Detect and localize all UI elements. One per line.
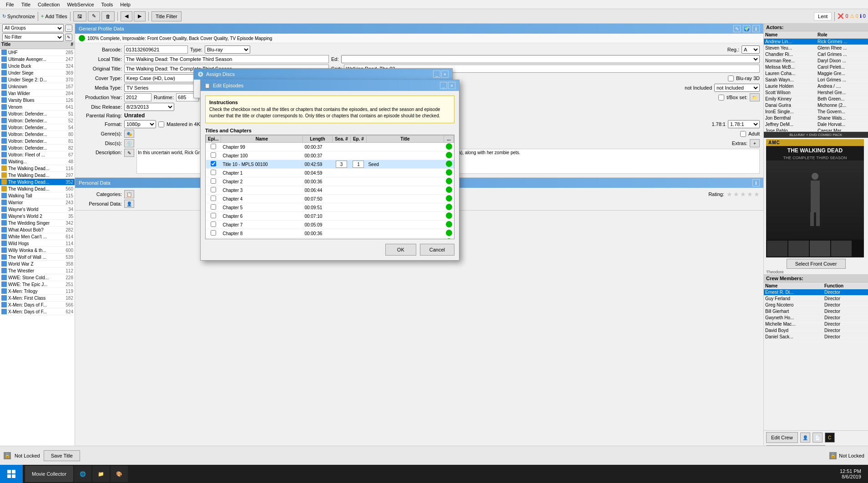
taskbar-item-1[interactable]: Movie Collector xyxy=(25,466,73,482)
list-item[interactable]: World War Z358 xyxy=(0,261,75,267)
list-item[interactable]: Voltron: Fleet of ...67 xyxy=(0,151,75,158)
list-item[interactable]: X-Men: First Class182 xyxy=(0,295,75,302)
format-select[interactable]: 1080p xyxy=(124,120,156,128)
personal-data-btn[interactable]: 👤 xyxy=(124,200,134,208)
table-row[interactable]: Lauren Coha...Maggie Gre... xyxy=(764,70,868,77)
list-item[interactable]: Uncle Buck324 xyxy=(0,63,75,70)
list-item[interactable]: WWE: The Epic J...251 xyxy=(0,281,75,288)
mastered-4k-checkbox[interactable] xyxy=(158,121,164,127)
list-item[interactable]: What About Bob?282 xyxy=(0,226,75,233)
table-row[interactable]: Title 10 - MPLS 0010000:42:59Seed xyxy=(206,160,454,169)
table-row[interactable]: Daniel Sack...Director xyxy=(764,334,868,340)
menu-file[interactable]: File xyxy=(2,1,18,8)
edit-crew-btn[interactable]: Edit Crew xyxy=(766,432,798,443)
star-5[interactable]: ★ xyxy=(754,191,760,198)
ep-checkbox[interactable] xyxy=(211,239,216,239)
table-row[interactable]: Ernest R. Di...Director xyxy=(764,289,868,296)
list-item[interactable]: Under Siege369 xyxy=(0,70,75,76)
assign-discs-minimize[interactable]: _ xyxy=(433,70,440,78)
list-item[interactable]: Voltron: Defender...81 xyxy=(0,138,75,145)
list-item[interactable]: Unknown167 xyxy=(0,83,75,90)
personal-info-icon[interactable]: ℹ xyxy=(752,179,760,186)
aspect-ratio-select[interactable]: 1.78:1 xyxy=(728,120,760,128)
edit-episodes-close[interactable]: × xyxy=(448,82,455,89)
list-item[interactable]: Venom641 xyxy=(0,104,75,111)
panel-edit-icon[interactable]: ✎ xyxy=(733,25,741,32)
list-item[interactable]: WWE: Stone Cold...228 xyxy=(0,274,75,281)
toolbar-btn-3[interactable]: 🗑 xyxy=(101,11,115,21)
table-row[interactable]: Chapter 500:09:51 xyxy=(206,203,454,212)
taskbar-item-2[interactable]: 🌐 xyxy=(74,466,91,482)
adult-checkbox[interactable] xyxy=(740,131,746,137)
episode-input[interactable] xyxy=(353,161,364,168)
ep-checkbox[interactable] xyxy=(211,170,216,175)
list-item[interactable]: The Wrestler112 xyxy=(0,267,75,274)
ep-checkbox[interactable] xyxy=(211,178,216,184)
list-item[interactable]: Under Siege 2: D...370 xyxy=(0,76,75,83)
type-select[interactable]: Blu-ray xyxy=(205,45,250,54)
table-row[interactable]: Chapter 800:00:36 xyxy=(206,229,454,238)
categories-btn[interactable]: 📋 xyxy=(124,190,134,198)
table-row[interactable]: Michelle Mac...Director xyxy=(764,321,868,327)
filter-btn[interactable]: ✎ xyxy=(65,34,72,41)
reg-select[interactable]: A xyxy=(742,45,760,54)
menu-collection[interactable]: Collection xyxy=(34,1,63,8)
table-row[interactable]: Chandler Ri...Carl Grimes ... xyxy=(764,51,868,58)
table-row[interactable]: Jeffrey DeM...Dale Horvat... xyxy=(764,121,868,128)
assign-discs-close[interactable]: × xyxy=(441,70,449,78)
table-row[interactable]: Jon BernthalShane Wals... xyxy=(764,115,868,121)
list-item[interactable]: Voltron: Defender...54 xyxy=(0,124,75,131)
table-row[interactable]: Guy FerlandDirector xyxy=(764,296,868,302)
ed-select[interactable] xyxy=(341,55,760,63)
table-row[interactable]: Chapter 300:06:44 xyxy=(206,186,454,195)
table-row[interactable]: Laurie HoldenAndrea / .... xyxy=(764,83,868,90)
prod-year-input[interactable] xyxy=(124,93,151,101)
table-row[interactable]: IronE Single...The Govern... xyxy=(764,109,868,115)
list-item[interactable]: Wild Hogs114 xyxy=(0,240,75,247)
ep-checkbox[interactable] xyxy=(211,161,216,166)
list-item[interactable]: Ultimate Avenger...247 xyxy=(0,56,75,63)
list-item[interactable]: Wayne's World 235 xyxy=(0,213,75,220)
box-set-btn[interactable]: 📁 xyxy=(750,93,760,101)
ok-btn[interactable]: OK xyxy=(385,244,416,256)
list-item[interactable]: UHF285 xyxy=(0,49,75,56)
list-item[interactable]: X-Men: Days of F...624 xyxy=(0,308,75,315)
ep-checkbox[interactable] xyxy=(211,144,216,149)
list-item[interactable]: Walking Tall115 xyxy=(0,192,75,199)
list-item[interactable]: Varsity Blues126 xyxy=(0,97,75,104)
table-row[interactable]: Greg NicoteroDirector xyxy=(764,302,868,308)
ep-checkbox[interactable] xyxy=(211,152,216,158)
edit-episodes-minimize[interactable]: _ xyxy=(440,82,447,89)
crew-icon-btn-2[interactable]: 📄 xyxy=(812,433,823,443)
star-2[interactable]: ★ xyxy=(733,191,739,198)
ep-checkbox[interactable] xyxy=(211,187,216,192)
list-item[interactable]: X-Men: Trilogy119 xyxy=(0,288,75,295)
ep-checkbox[interactable] xyxy=(211,230,216,236)
star-1[interactable]: ★ xyxy=(727,191,732,198)
box-set-checkbox[interactable] xyxy=(718,95,724,101)
table-row[interactable]: Emily KinneyBeth Green... xyxy=(764,96,868,102)
group-select[interactable]: All Groups xyxy=(2,24,64,32)
table-row[interactable]: Bill GierhartDirector xyxy=(764,308,868,315)
table-row[interactable]: Andrew Lin...Rick Grimes ... xyxy=(764,39,868,45)
list-item[interactable]: Wayne's World34 xyxy=(0,206,75,213)
table-row[interactable]: Chapter 100:04:59 xyxy=(206,169,454,177)
table-row[interactable]: Steven Yeu...Glenn Rhee ... xyxy=(764,45,868,51)
toolbar-btn-4[interactable]: ◀ xyxy=(121,11,132,21)
extras-btn[interactable]: + xyxy=(750,139,760,147)
discs-btn[interactable]: 💿 xyxy=(124,139,134,147)
list-item[interactable]: Voltron: Defender...51 xyxy=(0,111,75,117)
menu-tools[interactable]: Tools xyxy=(98,1,117,8)
genre-btn[interactable]: 🎭 xyxy=(124,130,134,138)
panel-flag-icon[interactable]: 🌍 xyxy=(743,25,750,32)
list-item[interactable]: The Walking Dead...116 xyxy=(0,165,75,172)
table-row[interactable]: Chapter 900:00:00 xyxy=(206,238,454,240)
crew-icon-btn-3[interactable]: C xyxy=(825,433,835,443)
desc-edit-btn[interactable]: ✎ xyxy=(124,149,134,157)
table-row[interactable]: Chapter 400:07:50 xyxy=(206,195,454,203)
list-item[interactable]: Voltron: Defender...52 xyxy=(0,117,75,124)
panel-info-icon[interactable]: ℹ xyxy=(752,25,760,32)
sync-label[interactable]: Synchronize xyxy=(7,14,35,19)
start-button[interactable] xyxy=(0,465,23,483)
table-row[interactable]: Chapter 600:07:10 xyxy=(206,212,454,221)
